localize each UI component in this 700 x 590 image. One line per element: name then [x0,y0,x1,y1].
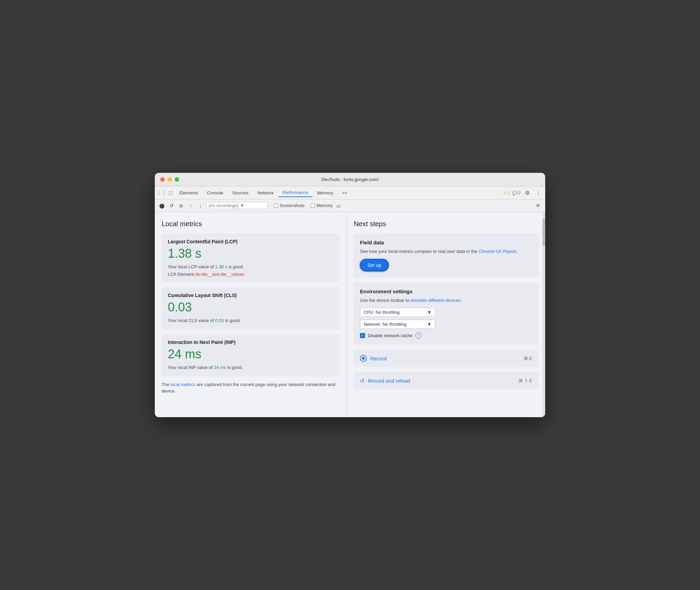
simulate-devices-link[interactable]: simulate different devices [410,298,460,303]
warning-badge[interactable]: ⚠ 1 [503,191,510,195]
cache-checkbox-row: ✓ Disable network cache ? [360,332,532,338]
settings-icon[interactable]: ⚙ [523,189,532,197]
toolbar-icons: ⚠ 1 💬 2 ⚙ ⋮ [503,189,542,197]
cursor-icon[interactable]: ⋮⋮ [158,189,166,197]
clear-button[interactable]: ⊘ [177,202,185,209]
screenshots-label: Screenshots [280,203,304,208]
cls-highlight: 0.03 [215,318,224,323]
record-reload-shortcut: ⌘ ⇧ E [518,378,532,383]
right-panel: Next steps Field data See how your local… [347,212,545,402]
lcp-element-link[interactable]: div.tile__text.tile__roboto [195,272,244,277]
traffic-lights [160,177,179,182]
network-dropdown-arrow: ▼ [427,322,432,327]
chrome-ux-link[interactable]: Chrome UX Report [478,249,516,254]
inp-desc: Your local INP value of 24 ms is good. [168,364,334,371]
devtools-window: DevTools - fonts.google.com/ ⋮⋮ □ Elemen… [155,173,545,417]
local-metrics-link[interactable]: local metrics [171,382,195,387]
tab-bar: ⋮⋮ □ Elements Console Sources Network Pe… [155,187,545,200]
network-dropdown-row: Network: No throttling ▼ [360,320,532,329]
lcp-element-label: LCP Element [168,272,194,277]
cls-name: Cumulative Layout Shift (CLS) [168,293,334,298]
memory-checkbox[interactable] [311,203,315,208]
field-data-card: Field data See how your local metrics co… [354,233,538,278]
env-settings-card: Environment settings Use the device tool… [354,282,538,345]
lcp-name: Largest Contentful Paint (LCP) [168,239,334,244]
upload-button[interactable]: ↑ [187,202,195,209]
record-reload-action-left: ↺ Record and reload [360,377,410,384]
close-button[interactable] [160,177,165,182]
cls-desc: Your local CLS value of 0.03 is good. [168,317,334,324]
main-content: Local metrics Largest Contentful Paint (… [155,212,545,417]
lcp-desc-prefix: Your local LCP value of [168,264,215,269]
footer-prefix: The [162,382,171,387]
window-title: DevTools - fonts.google.com/ [321,177,379,182]
info-badge[interactable]: 💬 2 [512,191,521,195]
cls-value: 0.03 [168,300,334,315]
download-button[interactable]: ↓ [197,202,204,209]
field-data-title: Field data [360,240,532,245]
info-count: 2 [518,191,521,195]
lcp-card: Largest Contentful Paint (LCP) 1.38 s Yo… [162,233,340,282]
field-data-desc: See how your local metrics compare to re… [360,248,532,255]
cache-label: Disable network cache [368,333,413,338]
tab-performance[interactable]: Performance [278,189,312,197]
record-reload-card[interactable]: ↺ Record and reload ⌘ ⇧ E [354,372,538,389]
help-icon[interactable]: ? [415,332,422,338]
inp-value: 24 ms [168,347,334,361]
lcp-element-row: LCP Element div.tile__text.tile__roboto [168,272,334,277]
select-arrow: ▼ [240,203,244,208]
record-reload-label: Record and reload [368,378,410,384]
cpu-profile-icon[interactable]: ⚏ [335,202,342,209]
lcp-desc-suffix: is good. [227,264,244,269]
minimize-button[interactable] [167,177,172,182]
screenshots-checkbox[interactable] [274,203,278,208]
cpu-label: CPU: No throttling [364,310,400,315]
setup-button[interactable]: Set up [360,259,389,271]
inp-desc-prefix: Your local INP value of [168,365,214,370]
maximize-button[interactable] [175,177,179,182]
refresh-button[interactable]: ↺ [168,202,175,209]
cls-desc-prefix: Your local CLS value of [168,318,215,323]
cache-checkbox[interactable]: ✓ [360,333,365,338]
capture-settings-icon[interactable]: ⚙ [534,202,542,209]
inp-highlight: 24 ms [214,365,226,370]
device-toolbar-icon[interactable]: □ [166,189,175,197]
more-options-icon[interactable]: ⋮ [534,189,542,197]
inp-name: Interaction to Next Paint (INP) [168,339,334,345]
cpu-dropdown-arrow: ▼ [427,310,432,315]
recording-select[interactable]: (no recordings) ▼ [206,202,268,209]
tab-sources[interactable]: Sources [228,189,253,197]
tab-memory[interactable]: Memory [313,189,337,197]
tab-console[interactable]: Console [203,189,227,197]
left-panel: Local metrics Largest Contentful Paint (… [155,212,347,417]
cpu-dropdown[interactable]: CPU: No throttling ▼ [360,308,435,317]
memory-checkbox-group[interactable]: Memory [311,203,333,208]
scrollbar-thumb[interactable] [542,219,545,246]
lcp-value: 1.38 s [168,246,334,261]
scrollbar[interactable] [542,212,545,417]
tab-network[interactable]: Network [253,189,278,197]
env-desc-prefix: Use the device toolbar to [360,298,410,303]
lcp-desc: Your local LCP value of 1.38 s is good. [168,264,334,270]
cls-card: Cumulative Layout Shift (CLS) 0.03 Your … [162,287,340,330]
tab-elements[interactable]: Elements [175,189,202,197]
network-dropdown[interactable]: Network: No throttling ▼ [360,320,435,329]
inp-desc-suffix: is good. [226,365,243,370]
env-desc-suffix: . [461,298,462,303]
network-label: Network: No throttling [364,322,407,327]
cls-desc-suffix: is good. [224,318,241,323]
footer-note: The local metrics are captured from the … [162,381,340,395]
tab-more[interactable]: >> [338,189,351,197]
record-card[interactable]: Record ⌘ E [354,349,538,367]
cpu-dropdown-row: CPU: No throttling ▼ [360,308,532,317]
screenshots-checkbox-group[interactable]: Screenshots [274,203,304,208]
inp-card: Interaction to Next Paint (INP) 24 ms Yo… [162,334,340,376]
record-action-left: Record [360,355,387,362]
recording-placeholder: (no recordings) [209,203,238,208]
record-shortcut: ⌘ E [524,356,532,361]
right-panel-wrapper: Next steps Field data See how your local… [347,212,545,417]
field-data-desc-prefix: See how your local metrics compare to re… [360,249,478,254]
warning-icon: ⚠ [503,191,507,195]
record-button[interactable]: ⬤ [158,202,166,209]
local-metrics-title: Local metrics [162,220,340,228]
